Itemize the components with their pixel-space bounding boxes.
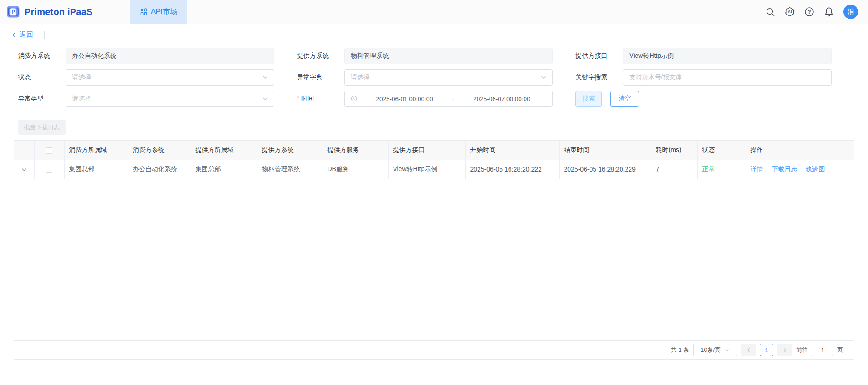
clock-icon xyxy=(351,96,357,102)
exception-dict-placeholder: 请选择 xyxy=(351,73,370,81)
field-provider-system: 提供方系统 物料管理系统 xyxy=(297,48,553,64)
row-select-cell xyxy=(34,160,64,179)
cell-provider-service: DB服务 xyxy=(323,160,388,179)
exception-type-label: 异常类型 xyxy=(18,95,66,103)
time-range-start[interactable]: 2025-06-01 00:00:00 xyxy=(360,96,449,102)
time-label-text: 时间 xyxy=(301,95,314,102)
cell-consumer-system: 办公自动化系统 xyxy=(128,160,191,179)
chevron-down-icon xyxy=(262,96,268,101)
tab-api-market[interactable]: API市场 xyxy=(130,0,187,24)
filter-buttons: 搜索 清空 xyxy=(575,91,832,107)
consumer-system-label: 消费方系统 xyxy=(18,52,66,60)
provider-system-input: 物料管理系统 xyxy=(344,48,553,64)
cell-end-time: 2025-06-05 16:28:20.229 xyxy=(559,160,651,179)
filter-form: 消费方系统 办公自动化系统 提供方系统 物料管理系统 提供方接口 View转Ht… xyxy=(0,46,868,107)
field-status: 状态 请选择 xyxy=(18,69,274,86)
provider-api-value: View转Http示例 xyxy=(629,52,674,60)
back-button[interactable]: 返回 xyxy=(11,30,33,39)
row-checkbox[interactable] xyxy=(46,167,52,173)
status-placeholder: 请选择 xyxy=(72,73,91,81)
cell-provider-api: View转Http示例 xyxy=(388,160,465,179)
help-icon[interactable]: ? xyxy=(804,7,814,17)
col-provider-domain: 提供方所属域 xyxy=(191,141,257,160)
field-provider-api: 提供方接口 View转Http示例 xyxy=(575,48,832,64)
col-end-time: 结束时间 xyxy=(559,141,651,160)
provider-api-label: 提供方接口 xyxy=(575,52,623,60)
page-number-button[interactable]: 1 xyxy=(760,344,773,356)
trace-map-link[interactable]: 轨迹图 xyxy=(806,165,825,172)
page-unit-label: 页 xyxy=(837,346,843,354)
consumer-system-value: 办公自动化系统 xyxy=(72,52,116,60)
detail-link[interactable]: 详情 xyxy=(751,165,763,172)
field-exception-type: 异常类型 请选择 xyxy=(18,91,274,107)
status-label: 状态 xyxy=(18,73,66,81)
col-actions: 操作 xyxy=(746,141,854,160)
time-range-picker[interactable]: 2025-06-01 00:00:00 - 2025-06-07 00:00:0… xyxy=(344,91,553,107)
provider-system-value: 物料管理系统 xyxy=(351,52,389,60)
field-exception-dict: 异常字典 请选择 xyxy=(297,69,553,86)
exception-type-select[interactable]: 请选择 xyxy=(66,91,274,107)
goto-label: 前往 xyxy=(796,346,808,354)
chevron-down-icon xyxy=(262,75,268,80)
brand-title: Primeton iPaaS xyxy=(25,7,93,17)
time-range-end[interactable]: 2025-06-07 00:00:00 xyxy=(457,96,546,102)
clear-button[interactable]: 清空 xyxy=(610,91,639,107)
status-badge: 正常 xyxy=(702,165,715,172)
user-avatar-text: 消 xyxy=(848,8,854,16)
notifications-bell-icon[interactable] xyxy=(824,7,834,17)
page-size-select[interactable]: 10条/页 xyxy=(693,344,737,356)
chevron-down-icon xyxy=(725,348,730,353)
search-icon[interactable] xyxy=(765,7,775,17)
table-row: 集团总部 办公自动化系统 集团总部 物料管理系统 DB服务 View转Http示… xyxy=(14,160,854,179)
cell-actions: 详情 下载日志 轨迹图 xyxy=(746,160,854,179)
primeton-logo-icon: P xyxy=(6,5,20,19)
back-chevron-icon xyxy=(11,32,16,38)
expand-chevron-icon[interactable] xyxy=(21,166,27,173)
row-expand-cell xyxy=(14,160,34,179)
exception-dict-label: 异常字典 xyxy=(297,73,344,81)
field-time-range: *时间 2025-06-01 00:00:00 - 2025-06-07 00:… xyxy=(297,91,553,107)
keyword-placeholder: 支持流水号/报文体 xyxy=(629,73,682,81)
log-table-container: 消费方所属域 消费方系统 提供方所属域 提供方系统 提供方服务 提供方接口 开始… xyxy=(14,140,854,360)
table-empty-area xyxy=(14,179,854,341)
select-all-cell xyxy=(34,141,64,160)
download-log-link[interactable]: 下载日志 xyxy=(772,165,797,172)
log-table: 消费方所属域 消费方系统 提供方所属域 提供方系统 提供方服务 提供方接口 开始… xyxy=(14,141,854,179)
page-size-value: 10条/页 xyxy=(701,346,721,354)
svg-text:AI: AI xyxy=(788,10,792,14)
cell-cost-ms: 7 xyxy=(651,160,697,179)
col-provider-api: 提供方接口 xyxy=(388,141,465,160)
time-range-separator: - xyxy=(452,95,454,102)
ai-assistant-icon[interactable]: AI xyxy=(785,7,795,17)
user-avatar[interactable]: 消 xyxy=(843,5,858,19)
consumer-system-input: 办公自动化系统 xyxy=(66,48,274,64)
back-label: 返回 xyxy=(20,30,33,39)
field-keyword: 关键字搜索 支持流水号/报文体 xyxy=(575,69,832,86)
select-all-checkbox[interactable] xyxy=(46,147,52,154)
exception-type-placeholder: 请选择 xyxy=(72,95,91,103)
col-provider-service: 提供方服务 xyxy=(323,141,388,160)
required-asterisk: * xyxy=(297,95,299,102)
status-select[interactable]: 请选择 xyxy=(66,69,274,86)
goto-page-input[interactable]: 1 xyxy=(812,344,833,356)
topbar-actions: AI ? 消 xyxy=(765,0,868,24)
next-page-button[interactable] xyxy=(777,344,792,356)
svg-text:P: P xyxy=(11,9,15,15)
search-button[interactable]: 搜索 xyxy=(575,91,602,107)
keyword-label: 关键字搜索 xyxy=(575,73,623,81)
time-label: *时间 xyxy=(297,95,344,103)
brand: P Primeton iPaaS xyxy=(0,0,101,24)
exception-dict-select[interactable]: 请选择 xyxy=(344,69,553,86)
table-toolbar: 批量下载日志 xyxy=(0,107,868,140)
chevron-down-icon xyxy=(541,75,546,80)
field-consumer-system: 消费方系统 办公自动化系统 xyxy=(18,48,274,64)
tab-api-market-label: API市场 xyxy=(151,7,177,17)
provider-system-label: 提供方系统 xyxy=(297,52,344,60)
prev-page-button[interactable] xyxy=(741,344,756,356)
back-bar: 返回 xyxy=(0,24,868,46)
pagination-bar: 共 1 条 10条/页 1 前往 1 页 xyxy=(14,340,854,359)
batch-download-logs-button[interactable]: 批量下载日志 xyxy=(18,120,66,135)
col-consumer-domain: 消费方所属域 xyxy=(64,141,128,160)
keyword-input[interactable]: 支持流水号/报文体 xyxy=(623,69,832,86)
provider-api-input: View转Http示例 xyxy=(623,48,832,64)
